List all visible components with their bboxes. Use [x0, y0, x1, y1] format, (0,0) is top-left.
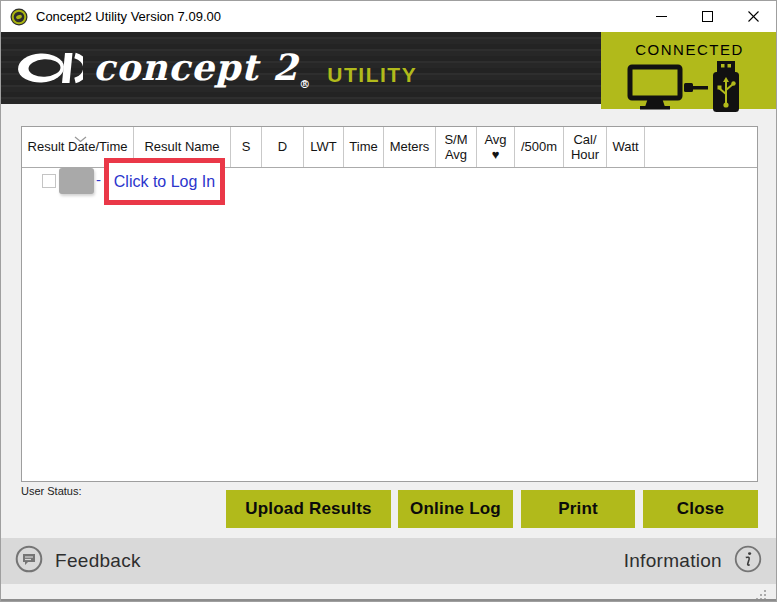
- column-header-lwt[interactable]: LWT: [304, 127, 344, 167]
- app-window: Concept2 Utility Version 7.09.00: [0, 0, 777, 602]
- column-header-per-500m[interactable]: /500m: [515, 127, 564, 167]
- window-controls: [638, 1, 776, 32]
- print-button[interactable]: Print: [521, 490, 635, 528]
- login-link[interactable]: Click to Log In: [114, 173, 215, 191]
- column-header-watt[interactable]: Watt: [607, 127, 645, 167]
- column-header-avg-heart[interactable]: Avg♥: [477, 127, 515, 167]
- window-title: Concept2 Utility Version 7.09.00: [36, 9, 221, 24]
- monitor-usb-icon: [627, 60, 753, 118]
- close-window-button[interactable]: Close: [643, 490, 758, 528]
- online-log-button[interactable]: Online Log: [398, 490, 513, 528]
- maximize-button[interactable]: [684, 1, 730, 32]
- information-icon: [734, 545, 762, 578]
- status-strip: [1, 584, 776, 599]
- column-header-meters[interactable]: Meters: [384, 127, 436, 167]
- user-status-label: User Status:: [21, 485, 82, 497]
- connection-status-box: CONNECTED: [601, 32, 777, 109]
- app-icon: [10, 8, 28, 26]
- sort-indicator-icon: [74, 129, 87, 147]
- close-button[interactable]: [730, 1, 776, 32]
- upload-results-button[interactable]: Upload Results: [226, 490, 391, 528]
- close-icon: [748, 11, 759, 22]
- column-header-time[interactable]: Time: [344, 127, 384, 167]
- minimize-icon: [656, 11, 667, 22]
- connection-status-label: CONNECTED: [635, 41, 744, 58]
- result-row-checkbox[interactable]: [42, 174, 56, 188]
- feedback-link[interactable]: Feedback: [15, 545, 141, 578]
- window-bottom-border: [1, 599, 776, 601]
- column-header-d[interactable]: D: [262, 127, 304, 167]
- row-dash: -: [96, 171, 101, 188]
- feedback-icon: [15, 545, 43, 578]
- information-label: Information: [624, 550, 722, 572]
- concept2-logo-icon: [17, 47, 83, 89]
- column-header-sm-avg[interactable]: S/MAvg: [436, 127, 477, 167]
- result-thumbnail: [59, 168, 94, 194]
- column-header-filler: [645, 127, 757, 167]
- maximize-icon: [702, 11, 713, 22]
- footer-bar: Feedback Information: [1, 538, 776, 584]
- minimize-button[interactable]: [638, 1, 684, 32]
- column-header-cal-hour[interactable]: Cal/Hour: [564, 127, 607, 167]
- product-name: UTILITY: [327, 63, 417, 87]
- concept2-logo: concept 2® UTILITY: [1, 46, 417, 91]
- registered-mark: ®: [299, 78, 311, 91]
- brand-wordmark: concept 2®: [93, 46, 311, 91]
- title-bar: Concept2 Utility Version 7.09.00: [1, 1, 776, 32]
- column-header-s[interactable]: S: [231, 127, 262, 167]
- login-highlight-box: Click to Log In: [104, 158, 225, 205]
- results-table: Result Date/Time Result Name S D LWT Tim…: [21, 126, 758, 482]
- information-link[interactable]: Information: [624, 545, 762, 578]
- feedback-label: Feedback: [55, 550, 141, 572]
